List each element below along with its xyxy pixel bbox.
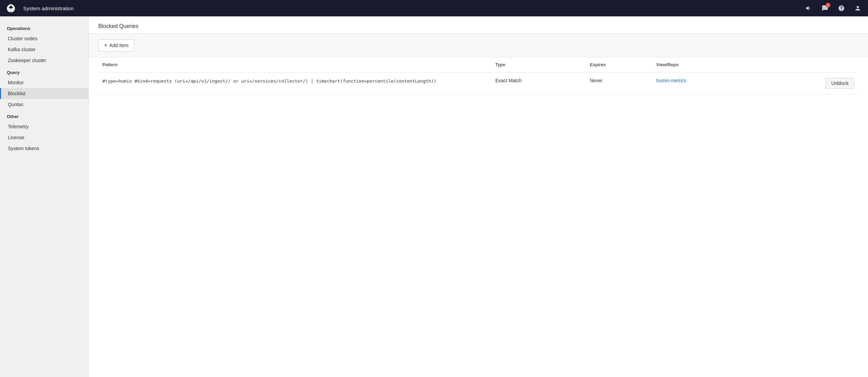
table-container: Pattern Type Expires View/Repo #type=hum…	[89, 57, 868, 95]
col-viewrepo: View/Repo	[652, 57, 757, 72]
user-button[interactable]	[853, 3, 863, 13]
col-type: Type	[491, 57, 586, 72]
main-content: Blocked Queries + Add Item Pattern Type …	[89, 16, 868, 377]
blocked-queries-table: Pattern Type Expires View/Repo #type=hum…	[98, 57, 858, 95]
page-header: Blocked Queries	[89, 16, 868, 34]
add-item-label: Add Item	[109, 43, 128, 48]
sidebar-section-other: Other	[0, 110, 88, 121]
viewrepo-link[interactable]: humio-metrics	[656, 78, 686, 83]
type-cell: Exact Match	[491, 72, 586, 95]
sidebar-item-cluster-nodes[interactable]: Cluster nodes	[0, 33, 88, 44]
logo[interactable]	[5, 3, 16, 14]
table-header-row: Pattern Type Expires View/Repo	[98, 57, 858, 72]
sidebar-item-kafka-cluster[interactable]: Kafka cluster	[0, 44, 88, 55]
sidebar-item-monitor[interactable]: Monitor	[0, 77, 88, 88]
help-button[interactable]	[837, 3, 846, 13]
messages-button[interactable]: 1	[820, 3, 830, 13]
pattern-cell: #type=humio #kind=requests (uri=/api/v1/…	[98, 72, 491, 95]
viewrepo-cell: humio-metrics	[652, 72, 757, 95]
sidebar-item-system-tokens[interactable]: System tokens	[0, 143, 88, 154]
sidebar-item-quotas[interactable]: Quotas	[0, 99, 88, 110]
top-navigation: System administration 1	[0, 0, 868, 16]
col-expires: Expires	[586, 57, 652, 72]
sidebar-item-license[interactable]: License	[0, 132, 88, 143]
sidebar-item-telemetry[interactable]: Telemetry	[0, 121, 88, 132]
col-pattern: Pattern	[98, 57, 491, 72]
announcements-button[interactable]	[804, 3, 813, 13]
messages-badge: 1	[826, 3, 830, 8]
expires-cell: Never	[586, 72, 652, 95]
topnav-icons: 1	[804, 3, 863, 13]
app-title: System administration	[23, 5, 800, 11]
add-item-button[interactable]: + Add Item	[98, 39, 134, 52]
action-cell: Unblock	[757, 72, 858, 95]
table-row: #type=humio #kind=requests (uri=/api/v1/…	[98, 72, 858, 95]
sidebar-item-zookeeper-cluster[interactable]: Zookeeper cluster	[0, 55, 88, 66]
col-action	[757, 57, 858, 72]
sidebar-item-blocklist[interactable]: Blocklist	[0, 88, 88, 99]
sidebar-section-query: Query	[0, 66, 88, 77]
sidebar: Operations Cluster nodes Kafka cluster Z…	[0, 16, 89, 377]
plus-icon: +	[104, 42, 107, 48]
page-title: Blocked Queries	[98, 23, 858, 29]
sidebar-section-operations: Operations	[0, 22, 88, 33]
unblock-button[interactable]: Unblock	[825, 78, 854, 89]
toolbar: + Add Item	[89, 34, 868, 57]
